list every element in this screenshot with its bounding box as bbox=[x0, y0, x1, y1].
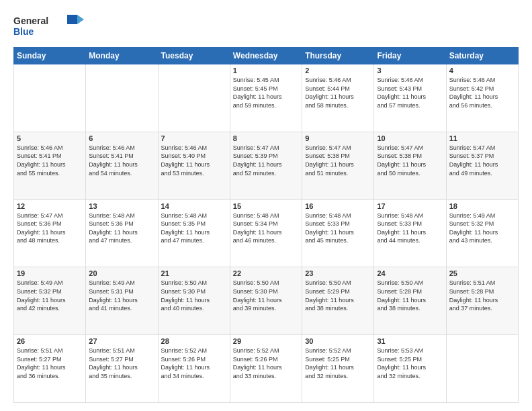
day-number: 7 bbox=[161, 134, 227, 142]
header: General Blue bbox=[13, 12, 519, 42]
calendar-cell: 1Sunrise: 5:45 AM Sunset: 5:45 PM Daylig… bbox=[230, 64, 302, 132]
day-info: Sunrise: 5:46 AM Sunset: 5:41 PM Dayligh… bbox=[89, 144, 154, 177]
day-info: Sunrise: 5:50 AM Sunset: 5:30 PM Dayligh… bbox=[233, 279, 299, 312]
weekday-header: Tuesday bbox=[158, 48, 230, 64]
day-info: Sunrise: 5:51 AM Sunset: 5:28 PM Dayligh… bbox=[449, 279, 515, 312]
calendar-cell: 18Sunrise: 5:49 AM Sunset: 5:32 PM Dayli… bbox=[446, 199, 518, 267]
day-info: Sunrise: 5:46 AM Sunset: 5:43 PM Dayligh… bbox=[377, 76, 443, 109]
day-number: 9 bbox=[305, 134, 371, 142]
day-info: Sunrise: 5:47 AM Sunset: 5:38 PM Dayligh… bbox=[377, 144, 443, 177]
weekday-header: Monday bbox=[86, 48, 158, 64]
day-info: Sunrise: 5:52 AM Sunset: 5:26 PM Dayligh… bbox=[233, 347, 299, 380]
day-info: Sunrise: 5:45 AM Sunset: 5:45 PM Dayligh… bbox=[233, 76, 299, 109]
day-number: 26 bbox=[17, 337, 83, 345]
logo: General Blue bbox=[13, 12, 87, 42]
calendar-cell: 24Sunrise: 5:50 AM Sunset: 5:28 PM Dayli… bbox=[374, 267, 446, 335]
day-number: 30 bbox=[305, 337, 371, 345]
weekday-header: Friday bbox=[374, 48, 446, 64]
calendar-cell: 27Sunrise: 5:51 AM Sunset: 5:27 PM Dayli… bbox=[86, 335, 158, 403]
calendar-week-row: 26Sunrise: 5:51 AM Sunset: 5:27 PM Dayli… bbox=[14, 335, 519, 403]
calendar-cell: 23Sunrise: 5:50 AM Sunset: 5:29 PM Dayli… bbox=[302, 267, 374, 335]
logo-text: General Blue bbox=[13, 12, 87, 42]
day-number: 6 bbox=[89, 134, 154, 142]
svg-text:General: General bbox=[13, 15, 48, 26]
day-number: 10 bbox=[377, 134, 443, 142]
day-number: 4 bbox=[449, 66, 515, 75]
day-info: Sunrise: 5:48 AM Sunset: 5:33 PM Dayligh… bbox=[377, 212, 443, 245]
day-number: 31 bbox=[377, 337, 443, 345]
day-number: 14 bbox=[161, 202, 227, 210]
page: General Blue SundayMondayTuesdayWednesda… bbox=[0, 0, 532, 411]
calendar-week-row: 5Sunrise: 5:46 AM Sunset: 5:41 PM Daylig… bbox=[14, 132, 519, 199]
calendar-header-row: SundayMondayTuesdayWednesdayThursdayFrid… bbox=[14, 48, 519, 64]
day-info: Sunrise: 5:50 AM Sunset: 5:29 PM Dayligh… bbox=[305, 279, 371, 312]
calendar-cell: 8Sunrise: 5:47 AM Sunset: 5:39 PM Daylig… bbox=[230, 132, 302, 199]
calendar-cell: 6Sunrise: 5:46 AM Sunset: 5:41 PM Daylig… bbox=[86, 132, 158, 199]
day-info: Sunrise: 5:46 AM Sunset: 5:41 PM Dayligh… bbox=[17, 144, 83, 177]
calendar-cell: 12Sunrise: 5:47 AM Sunset: 5:36 PM Dayli… bbox=[14, 199, 86, 267]
day-number: 28 bbox=[161, 337, 227, 345]
calendar-cell bbox=[446, 335, 518, 403]
day-info: Sunrise: 5:51 AM Sunset: 5:27 PM Dayligh… bbox=[17, 347, 83, 380]
calendar-cell bbox=[14, 64, 86, 132]
day-info: Sunrise: 5:48 AM Sunset: 5:35 PM Dayligh… bbox=[161, 212, 227, 245]
logo-icon: General Blue bbox=[13, 12, 87, 39]
calendar-cell: 11Sunrise: 5:47 AM Sunset: 5:37 PM Dayli… bbox=[446, 132, 518, 199]
calendar-cell: 22Sunrise: 5:50 AM Sunset: 5:30 PM Dayli… bbox=[230, 267, 302, 335]
calendar-cell: 28Sunrise: 5:52 AM Sunset: 5:26 PM Dayli… bbox=[158, 335, 230, 403]
calendar-cell bbox=[158, 64, 230, 132]
calendar-cell: 26Sunrise: 5:51 AM Sunset: 5:27 PM Dayli… bbox=[14, 335, 86, 403]
day-info: Sunrise: 5:48 AM Sunset: 5:34 PM Dayligh… bbox=[233, 212, 299, 245]
calendar-cell: 21Sunrise: 5:50 AM Sunset: 5:30 PM Dayli… bbox=[158, 267, 230, 335]
calendar-cell: 3Sunrise: 5:46 AM Sunset: 5:43 PM Daylig… bbox=[374, 64, 446, 132]
day-number: 8 bbox=[233, 134, 299, 142]
calendar-cell: 19Sunrise: 5:49 AM Sunset: 5:32 PM Dayli… bbox=[14, 267, 86, 335]
day-number: 27 bbox=[89, 337, 154, 345]
weekday-header: Sunday bbox=[14, 48, 86, 64]
calendar-cell: 9Sunrise: 5:47 AM Sunset: 5:38 PM Daylig… bbox=[302, 132, 374, 199]
day-info: Sunrise: 5:47 AM Sunset: 5:37 PM Dayligh… bbox=[449, 144, 515, 177]
day-number: 16 bbox=[305, 202, 371, 210]
day-number: 18 bbox=[449, 202, 515, 210]
day-number: 20 bbox=[89, 269, 154, 277]
day-info: Sunrise: 5:49 AM Sunset: 5:32 PM Dayligh… bbox=[17, 279, 83, 312]
calendar-week-row: 12Sunrise: 5:47 AM Sunset: 5:36 PM Dayli… bbox=[14, 199, 519, 267]
day-number: 23 bbox=[305, 269, 371, 277]
calendar-cell: 14Sunrise: 5:48 AM Sunset: 5:35 PM Dayli… bbox=[158, 199, 230, 267]
svg-text:Blue: Blue bbox=[13, 26, 34, 37]
day-number: 3 bbox=[377, 66, 443, 75]
day-info: Sunrise: 5:50 AM Sunset: 5:30 PM Dayligh… bbox=[161, 279, 227, 312]
calendar-cell: 29Sunrise: 5:52 AM Sunset: 5:26 PM Dayli… bbox=[230, 335, 302, 403]
day-info: Sunrise: 5:53 AM Sunset: 5:25 PM Dayligh… bbox=[377, 347, 443, 380]
calendar-cell bbox=[86, 64, 158, 132]
calendar-cell: 31Sunrise: 5:53 AM Sunset: 5:25 PM Dayli… bbox=[374, 335, 446, 403]
svg-marker-1 bbox=[67, 15, 77, 24]
calendar-cell: 25Sunrise: 5:51 AM Sunset: 5:28 PM Dayli… bbox=[446, 267, 518, 335]
calendar-cell: 10Sunrise: 5:47 AM Sunset: 5:38 PM Dayli… bbox=[374, 132, 446, 199]
day-number: 19 bbox=[17, 269, 83, 277]
day-info: Sunrise: 5:52 AM Sunset: 5:25 PM Dayligh… bbox=[305, 347, 371, 380]
weekday-header: Saturday bbox=[446, 48, 518, 64]
day-number: 1 bbox=[233, 66, 299, 75]
day-info: Sunrise: 5:48 AM Sunset: 5:33 PM Dayligh… bbox=[305, 212, 371, 245]
calendar-cell: 7Sunrise: 5:46 AM Sunset: 5:40 PM Daylig… bbox=[158, 132, 230, 199]
weekday-header: Thursday bbox=[302, 48, 374, 64]
day-info: Sunrise: 5:51 AM Sunset: 5:27 PM Dayligh… bbox=[89, 347, 154, 380]
day-number: 17 bbox=[377, 202, 443, 210]
calendar-table: SundayMondayTuesdayWednesdayThursdayFrid… bbox=[13, 47, 519, 403]
day-number: 21 bbox=[161, 269, 227, 277]
day-number: 15 bbox=[233, 202, 299, 210]
calendar-cell: 13Sunrise: 5:48 AM Sunset: 5:36 PM Dayli… bbox=[86, 199, 158, 267]
calendar-cell: 4Sunrise: 5:46 AM Sunset: 5:42 PM Daylig… bbox=[446, 64, 518, 132]
calendar-cell: 17Sunrise: 5:48 AM Sunset: 5:33 PM Dayli… bbox=[374, 199, 446, 267]
day-number: 22 bbox=[233, 269, 299, 277]
day-number: 24 bbox=[377, 269, 443, 277]
day-info: Sunrise: 5:46 AM Sunset: 5:40 PM Dayligh… bbox=[161, 144, 227, 177]
day-number: 29 bbox=[233, 337, 299, 345]
day-number: 25 bbox=[449, 269, 515, 277]
day-info: Sunrise: 5:47 AM Sunset: 5:38 PM Dayligh… bbox=[305, 144, 371, 177]
day-number: 2 bbox=[305, 66, 371, 75]
day-info: Sunrise: 5:48 AM Sunset: 5:36 PM Dayligh… bbox=[89, 212, 154, 245]
day-number: 13 bbox=[89, 202, 154, 210]
day-info: Sunrise: 5:50 AM Sunset: 5:28 PM Dayligh… bbox=[377, 279, 443, 312]
